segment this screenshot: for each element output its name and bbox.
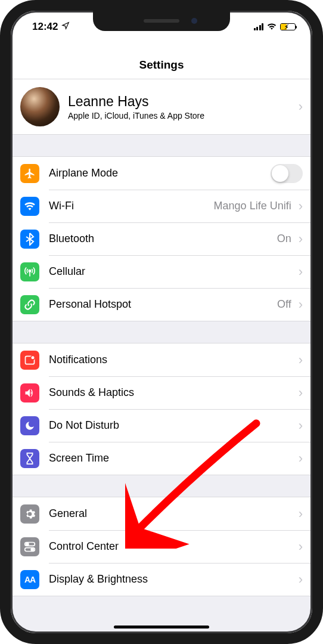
row-label: Notifications: [49, 354, 296, 366]
chevron-right-icon: ›: [299, 507, 303, 521]
row-screentime[interactable]: Screen Time ›: [11, 442, 312, 475]
row-value: On: [277, 233, 291, 245]
gear-icon: [20, 504, 39, 524]
row-label: Airplane Mode: [49, 167, 271, 179]
home-indicator[interactable]: [114, 626, 209, 628]
row-bluetooth[interactable]: Bluetooth On ›: [11, 222, 312, 255]
antenna-icon: [20, 262, 39, 281]
row-airplane[interactable]: Airplane Mode: [11, 157, 312, 190]
hourglass-icon: [20, 449, 39, 468]
row-display[interactable]: AA Display & Brightness ›: [11, 563, 312, 596]
profile-row[interactable]: Leanne Hays Apple ID, iCloud, iTunes & A…: [11, 79, 312, 134]
row-dnd[interactable]: Do Not Disturb ›: [11, 409, 312, 442]
avatar: [20, 87, 60, 126]
row-label: Do Not Disturb: [49, 419, 296, 432]
chevron-right-icon: ›: [299, 100, 303, 113]
row-wifi[interactable]: Wi-Fi Mango Life Unifi ›: [11, 190, 312, 222]
profile-name: Leanne Hays: [68, 94, 296, 110]
chevron-right-icon: ›: [299, 200, 303, 213]
row-label: Screen Time: [49, 452, 296, 465]
row-label: Personal Hotspot: [49, 298, 277, 311]
row-label: Bluetooth: [49, 233, 277, 245]
row-label: General: [49, 507, 296, 520]
row-notifications[interactable]: Notifications ›: [11, 343, 312, 376]
chevron-right-icon: ›: [299, 298, 303, 311]
battery-icon: ⚡︎: [280, 23, 296, 30]
row-general[interactable]: General ›: [11, 497, 312, 530]
location-icon: [61, 21, 70, 33]
row-hotspot[interactable]: Personal Hotspot Off ›: [11, 288, 312, 321]
cellular-signal-icon: [254, 23, 264, 30]
chevron-right-icon: ›: [299, 354, 303, 367]
row-sounds[interactable]: Sounds & Haptics ›: [11, 376, 312, 409]
speaker-icon: [20, 383, 39, 402]
row-label: Sounds & Haptics: [49, 386, 296, 399]
profile-subtitle: Apple ID, iCloud, iTunes & App Store: [68, 111, 296, 120]
svg-point-4: [26, 543, 29, 545]
chevron-right-icon: ›: [299, 419, 303, 432]
airplane-icon: [20, 164, 39, 183]
page-title: Settings: [11, 37, 312, 79]
settings-content: Leanne Hays Apple ID, iCloud, iTunes & A…: [11, 79, 312, 633]
svg-point-2: [31, 355, 35, 360]
switches-icon: [20, 537, 39, 556]
textsize-icon: AA: [20, 570, 39, 589]
chevron-right-icon: ›: [299, 233, 303, 246]
chevron-right-icon: ›: [299, 573, 303, 586]
link-icon: [20, 295, 39, 314]
chevron-right-icon: ›: [299, 386, 303, 400]
row-label: Display & Brightness: [49, 573, 296, 586]
svg-point-6: [31, 548, 33, 550]
row-value: Off: [277, 298, 291, 311]
status-time: 12:42: [32, 21, 58, 33]
svg-point-0: [29, 270, 30, 271]
row-controlcenter[interactable]: Control Center ›: [11, 530, 312, 563]
wifi-status-icon: [266, 21, 277, 33]
chevron-right-icon: ›: [299, 265, 303, 278]
notification-icon: [20, 351, 39, 370]
row-cellular[interactable]: Cellular ›: [11, 255, 312, 288]
chevron-right-icon: ›: [299, 452, 303, 465]
chevron-right-icon: ›: [299, 540, 303, 553]
airplane-toggle[interactable]: [271, 164, 303, 183]
bluetooth-icon: [20, 230, 39, 249]
moon-icon: [20, 416, 39, 435]
row-value: Mango Life Unifi: [214, 200, 291, 212]
row-label: Wi-Fi: [49, 200, 214, 212]
wifi-icon: [20, 197, 39, 216]
row-label: Cellular: [49, 265, 296, 278]
row-label: Control Center: [49, 540, 296, 553]
